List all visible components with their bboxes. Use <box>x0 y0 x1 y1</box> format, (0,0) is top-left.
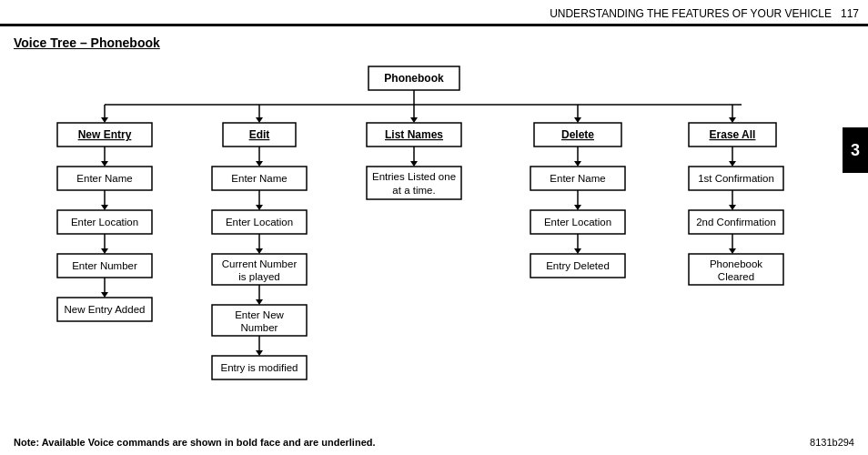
svg-marker-60 <box>574 117 581 123</box>
svg-marker-72 <box>574 248 581 254</box>
svg-marker-64 <box>574 161 581 167</box>
svg-text:Current Number: Current Number <box>222 258 298 269</box>
svg-text:Enter New: Enter New <box>235 309 284 320</box>
svg-marker-9 <box>101 161 108 167</box>
svg-text:Phonebook: Phonebook <box>710 258 762 269</box>
svg-marker-29 <box>256 161 263 167</box>
svg-text:Delete: Delete <box>561 128 594 141</box>
svg-marker-5 <box>101 117 108 123</box>
svg-marker-68 <box>574 205 581 210</box>
svg-text:Number: Number <box>241 322 278 333</box>
svg-text:Erase All: Erase All <box>710 128 756 141</box>
svg-text:2nd Confirmation: 2nd Confirmation <box>696 217 776 228</box>
chapter-number: 3 <box>851 141 860 160</box>
page-title: Voice Tree – Phonebook <box>14 35 854 50</box>
svg-text:Edit: Edit <box>249 128 270 141</box>
svg-text:Enter Name: Enter Name <box>76 173 132 184</box>
footer-note: Note: Available Voice commands are shown… <box>14 437 376 448</box>
header-title: UNDERSTANDING THE FEATURES OF YOUR VEHIC… <box>550 7 859 20</box>
svg-marker-25 <box>256 117 263 123</box>
svg-marker-42 <box>256 299 263 305</box>
svg-marker-21 <box>101 292 108 298</box>
svg-text:Enter Name: Enter Name <box>550 173 605 184</box>
svg-marker-84 <box>729 205 736 210</box>
svg-text:at a time.: at a time. <box>392 185 435 196</box>
svg-text:New Entry: New Entry <box>78 128 132 141</box>
diagram-svg: Phonebook New Entry Enter Name Enter Loc… <box>14 59 814 423</box>
svg-marker-37 <box>256 248 263 254</box>
page-number: 117 <box>841 7 859 20</box>
tree-diagram: Phonebook New Entry Enter Name Enter Loc… <box>14 59 814 423</box>
svg-text:Enter Location: Enter Location <box>71 217 138 228</box>
chapter-tab: 3 <box>843 127 868 173</box>
svg-text:Enter Number: Enter Number <box>72 260 137 271</box>
svg-text:Cleared: Cleared <box>718 271 754 282</box>
svg-marker-55 <box>410 161 418 167</box>
svg-marker-13 <box>101 205 108 210</box>
header-title-text: UNDERSTANDING THE FEATURES OF YOUR VEHIC… <box>550 7 832 20</box>
svg-marker-47 <box>256 350 263 356</box>
svg-text:Enter Name: Enter Name <box>231 173 287 184</box>
main-content: Voice Tree – Phonebook Phonebook New Ent… <box>0 26 868 428</box>
svg-text:is played: is played <box>238 271 279 282</box>
svg-text:1st Confirmation: 1st Confirmation <box>698 173 774 184</box>
svg-marker-17 <box>101 248 108 254</box>
svg-marker-51 <box>410 117 418 123</box>
footer: Note: Available Voice commands are shown… <box>14 437 854 448</box>
svg-text:Phonebook: Phonebook <box>384 72 444 85</box>
svg-marker-33 <box>256 205 263 210</box>
svg-text:Entries Listed one: Entries Listed one <box>372 171 456 182</box>
footer-code: 8131b294 <box>810 437 854 448</box>
svg-marker-88 <box>729 248 736 254</box>
svg-text:New Entry Added: New Entry Added <box>65 304 146 315</box>
svg-text:Entry Deleted: Entry Deleted <box>546 260 610 271</box>
svg-marker-80 <box>729 161 736 167</box>
svg-text:Enter Location: Enter Location <box>544 217 611 228</box>
svg-marker-76 <box>729 117 736 123</box>
svg-text:List Names: List Names <box>385 128 443 141</box>
svg-text:Enter Location: Enter Location <box>226 217 293 228</box>
svg-text:Entry is modified: Entry is modified <box>220 362 298 373</box>
header: UNDERSTANDING THE FEATURES OF YOUR VEHIC… <box>0 0 868 26</box>
